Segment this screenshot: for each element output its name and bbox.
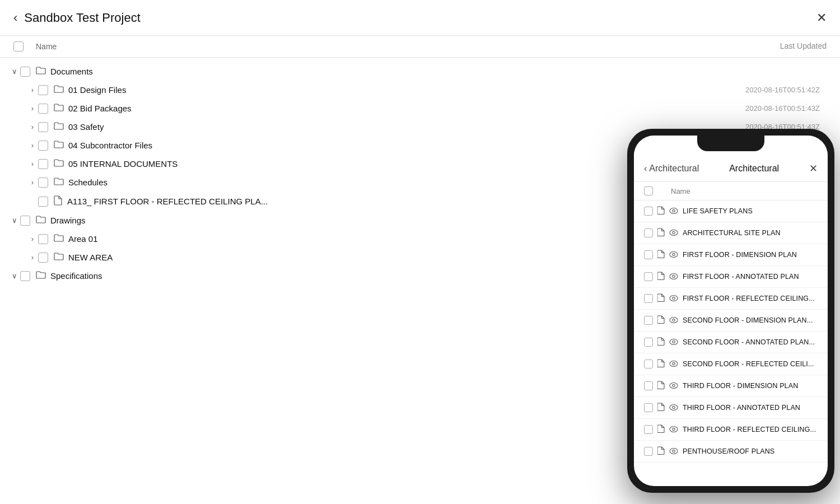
row-checkbox[interactable] (38, 122, 48, 132)
phone-close-button[interactable]: ✕ (809, 162, 818, 175)
close-icon[interactable]: ✕ (816, 11, 827, 25)
phone-item-name: SECOND FLOOR - DIMENSION PLAN... (683, 316, 818, 324)
phone-row-checkbox[interactable] (644, 447, 653, 456)
phone-eye-icon (669, 207, 678, 216)
item-name: Documents (50, 67, 831, 76)
expand-icon[interactable]: › (27, 86, 38, 94)
row-checkbox[interactable] (38, 197, 48, 207)
tree-row-bid-packages[interactable]: ›02 Bid Packages2020-08-16T00:51:43Z (0, 99, 840, 118)
phone-list-item[interactable]: THIRD FLOOR - ANNOTATED PLAN (634, 397, 828, 419)
phone-overlay: ‹ Architectural Architectural ✕ Name LIF… (627, 129, 840, 498)
phone-file-icon (657, 446, 665, 456)
phone-eye-icon (669, 250, 678, 259)
page-title: Sandbox Test Project (24, 11, 141, 25)
svg-point-4 (670, 252, 678, 258)
phone-row-checkbox[interactable] (644, 360, 653, 368)
row-checkbox[interactable] (20, 271, 30, 281)
svg-point-3 (673, 231, 675, 234)
row-checkbox[interactable] (38, 141, 48, 151)
phone-item-name: THIRD FLOOR - ANNOTATED PLAN (683, 404, 818, 412)
svg-point-22 (670, 449, 678, 454)
header-left: ‹ Sandbox Test Project (13, 11, 141, 25)
phone-list-item[interactable]: PENTHOUSE/ROOF PLANS (634, 441, 828, 463)
phone-row-checkbox[interactable] (644, 294, 653, 303)
phone-file-icon (657, 293, 665, 304)
phone-eye-icon (669, 272, 678, 281)
back-icon[interactable]: ‹ (13, 11, 17, 25)
phone-row-checkbox[interactable] (644, 228, 653, 237)
row-checkbox[interactable] (38, 159, 48, 169)
phone-row-checkbox[interactable] (644, 316, 653, 325)
phone-select-all-checkbox[interactable] (644, 186, 653, 195)
phone-list-item[interactable]: ARCHITECTURAL SITE PLAN (634, 222, 828, 244)
phone-list-item[interactable]: THIRD FLOOR - DIMENSION PLAN (634, 375, 828, 397)
phone-item-name: FIRST FLOOR - ANNOTATED PLAN (683, 273, 818, 281)
expand-icon[interactable]: ∨ (9, 272, 20, 280)
phone-row-checkbox[interactable] (644, 425, 653, 434)
folder-icon (54, 177, 64, 188)
phone-list-item[interactable]: FIRST FLOOR - ANNOTATED PLAN (634, 266, 828, 288)
row-checkbox[interactable] (20, 67, 30, 77)
phone-list-item[interactable]: SECOND FLOOR - DIMENSION PLAN... (634, 310, 828, 332)
phone-row-checkbox[interactable] (644, 403, 653, 412)
folder-icon (54, 103, 64, 114)
expand-icon[interactable]: › (27, 123, 38, 131)
expand-icon[interactable]: › (27, 253, 38, 262)
phone-row-checkbox[interactable] (644, 381, 653, 390)
phone-item-name: FIRST FLOOR - DIMENSION PLAN (683, 251, 818, 259)
phone-screen: ‹ Architectural Architectural ✕ Name LIF… (634, 136, 828, 486)
expand-icon[interactable]: ∨ (9, 216, 20, 225)
row-checkbox[interactable] (38, 178, 48, 188)
svg-point-13 (673, 340, 675, 343)
phone-item-name: LIFE SAFETY PLANS (683, 207, 818, 215)
tree-row-documents[interactable]: ∨Documents (0, 62, 840, 81)
phone-row-checkbox[interactable] (644, 207, 653, 216)
phone-eye-icon (669, 228, 678, 237)
tree-row-design-files[interactable]: ›01 Design Files2020-08-16T00:51:42Z (0, 81, 840, 99)
phone-file-icon (657, 337, 665, 347)
expand-icon[interactable]: › (27, 160, 38, 168)
expand-icon[interactable]: › (27, 178, 38, 186)
phone-list-item[interactable]: LIFE SAFETY PLANS (634, 200, 828, 222)
phone-list-item[interactable]: THIRD FLOOR - REFLECTED CEILING... (634, 419, 828, 441)
phone-back-button[interactable]: ‹ Architectural (644, 164, 699, 174)
svg-point-16 (670, 383, 678, 389)
expand-icon[interactable]: › (27, 235, 38, 243)
timestamp: 2020-08-16T00:51:43Z (745, 104, 831, 113)
folder-icon (54, 140, 64, 151)
svg-point-6 (670, 274, 678, 279)
phone-file-icon (657, 250, 665, 260)
svg-point-2 (670, 230, 678, 236)
svg-point-11 (673, 319, 675, 321)
expand-icon[interactable]: › (27, 141, 38, 150)
folder-icon (54, 85, 64, 95)
expand-icon[interactable]: › (27, 104, 38, 113)
row-checkbox[interactable] (38, 85, 48, 95)
select-all-checkbox[interactable] (13, 41, 24, 52)
phone-row-checkbox[interactable] (644, 250, 653, 259)
phone-title: Architectural (729, 164, 779, 174)
phone-list-item[interactable]: FIRST FLOOR - DIMENSION PLAN (634, 244, 828, 266)
phone-back-icon: ‹ (644, 164, 647, 174)
phone-eye-icon (669, 316, 678, 325)
item-name: 02 Bid Packages (68, 104, 745, 113)
phone-row-checkbox[interactable] (644, 272, 653, 281)
row-checkbox[interactable] (38, 253, 48, 263)
phone-frame: ‹ Architectural Architectural ✕ Name LIF… (627, 129, 834, 493)
expand-icon[interactable]: ∨ (9, 67, 20, 76)
phone-eye-icon (669, 447, 678, 456)
phone-file-icon (657, 359, 665, 369)
row-checkbox[interactable] (38, 104, 48, 114)
phone-file-icon (657, 381, 665, 391)
phone-list-item[interactable]: FIRST FLOOR - REFLECTED CEILING... (634, 288, 828, 310)
header: ‹ Sandbox Test Project ✕ (0, 0, 840, 36)
svg-point-19 (673, 406, 675, 408)
row-checkbox[interactable] (20, 216, 30, 226)
phone-eye-icon (669, 338, 678, 347)
file-icon (54, 195, 63, 207)
phone-list-item[interactable]: SECOND FLOOR - REFLECTED CEILI... (634, 353, 828, 375)
row-checkbox[interactable] (38, 234, 48, 244)
phone-list-item[interactable]: SECOND FLOOR - ANNOTATED PLAN... (634, 332, 828, 353)
folder-icon (36, 66, 46, 77)
phone-row-checkbox[interactable] (644, 338, 653, 347)
